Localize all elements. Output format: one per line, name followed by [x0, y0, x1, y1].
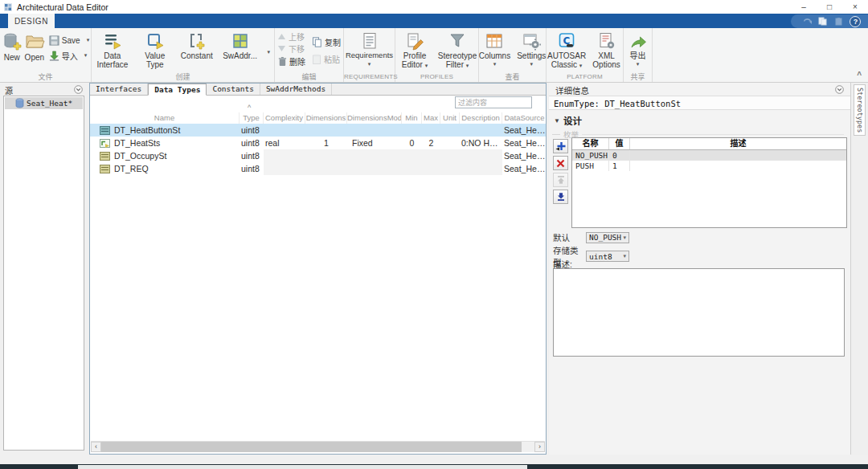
move-enum-down-button[interactable] [553, 190, 568, 204]
source-item-seat-heat[interactable]: Seat_Heat* [5, 97, 83, 109]
paste-button[interactable]: 粘贴 [312, 52, 341, 65]
move-to-bottom-icon [556, 192, 566, 202]
cell-dimensions: 1 [305, 137, 347, 149]
window-controls: – □ × [791, 0, 868, 14]
move-down-button[interactable]: 下移 [277, 43, 305, 54]
collapse-toolstrip-button[interactable]: ^ [857, 72, 862, 79]
filter-input[interactable] [455, 96, 532, 108]
group-share-label: 共享 [624, 72, 652, 82]
delete-enum-button[interactable] [553, 156, 568, 170]
enum-row-push[interactable]: PUSH 1 [572, 161, 846, 171]
value-type-row-icon [100, 139, 110, 148]
tab-data-types[interactable]: Data Types [148, 84, 207, 96]
import-dropdown-caret[interactable]: ▾ [84, 52, 88, 59]
save-icon [49, 35, 59, 46]
cell-dimensions [305, 162, 347, 175]
save-dropdown-caret[interactable]: ▾ [87, 37, 90, 43]
column-header-unit[interactable]: Unit [440, 112, 460, 124]
profile-editor-button[interactable]: Profile Editor ▾ [395, 31, 434, 70]
default-select[interactable]: NO_PUSH ▾ [586, 232, 629, 243]
column-header-dimensionsmode[interactable]: DimensionsMode [347, 112, 402, 124]
enum-cell-description [630, 150, 846, 161]
source-sidebar: 源 Seat_Heat* [0, 83, 88, 455]
help-icon[interactable]: ? [850, 16, 861, 27]
swaddr-button[interactable]: SwAddr... [220, 31, 260, 61]
details-collapse-icon[interactable] [835, 85, 844, 94]
autosar-icon: C [557, 31, 576, 51]
stereotype-filter-button[interactable]: Stereotype Filter ▾ [436, 31, 478, 70]
enum-cell-name: NO_PUSH [572, 150, 609, 161]
table-row-dt-req[interactable]: DT_REQ uint8 Seat_Heat... [90, 162, 546, 175]
tab-swaddrmethods[interactable]: SwAddrMethods [260, 84, 332, 95]
column-header-max[interactable]: Max [422, 112, 440, 124]
scroll-right-button[interactable]: › [534, 442, 545, 452]
cell-complexity [264, 149, 305, 162]
column-header-type[interactable]: Type [240, 112, 264, 124]
export-button[interactable]: 导出 ▾ [625, 31, 651, 67]
paste-icon[interactable] [834, 17, 843, 26]
add-enum-button[interactable] [553, 139, 568, 153]
copy-button[interactable]: 复制 [312, 35, 341, 48]
settings-label: Settings [517, 51, 546, 60]
import-button[interactable]: 导入 [49, 49, 78, 62]
scroll-left-button[interactable]: ‹ [91, 442, 101, 452]
stereotypes-tab[interactable]: Stereotypes [854, 84, 866, 136]
copy-icon[interactable] [818, 17, 827, 26]
move-enum-up-button[interactable] [553, 173, 568, 187]
column-header-dimensions[interactable]: Dimensions [305, 112, 347, 124]
new-button[interactable]: New [2, 31, 23, 63]
cell-max: 2 [422, 137, 440, 149]
column-header-description[interactable]: Description [460, 112, 502, 124]
requirements-button[interactable]: Requirements ▾ [344, 31, 395, 67]
group-view: Columns ▾ Settings ▾ 查看 [479, 28, 547, 82]
cell-type: uint8 [240, 137, 264, 149]
save-button[interactable]: Save [49, 34, 80, 47]
column-header-min[interactable]: Min [402, 112, 422, 124]
taskbar-window-button[interactable] [78, 465, 527, 469]
paste-label: 粘贴 [324, 53, 340, 65]
settings-button[interactable]: Settings ▾ [516, 31, 547, 67]
undo-icon[interactable] [803, 17, 812, 26]
group-profiles: Profile Editor ▾ Stereotype Filter ▾ PRO… [395, 28, 479, 82]
column-header-name[interactable]: Name [90, 112, 240, 124]
storage-type-select[interactable]: uint8 ▾ [586, 251, 629, 262]
tab-design[interactable]: DESIGN [8, 14, 55, 28]
close-button[interactable]: × [842, 0, 868, 14]
restore-button[interactable]: □ [817, 0, 842, 14]
create-gallery-dropdown[interactable]: ▾ [264, 31, 274, 55]
xml-options-button[interactable]: XML Options [590, 31, 623, 70]
enum-row-no-push[interactable]: NO_PUSH 0 [572, 150, 846, 161]
settings-icon [522, 31, 541, 51]
ribbon-tabstrip: DESIGN ? [0, 14, 868, 28]
cell-max [422, 162, 440, 175]
autosar-classic-button[interactable]: C AUTOSAR Classic ▾ [547, 31, 587, 70]
column-header-complexity[interactable]: Complexity [264, 112, 305, 124]
sidebar-collapse-icon[interactable] [74, 85, 83, 94]
delete-button[interactable]: 删除 [277, 55, 305, 67]
column-header-datasource[interactable]: DataSource [502, 112, 547, 124]
table-header: Name Type Complexity Dimensions Dimensio… [90, 112, 546, 124]
constant-button[interactable]: Constant [177, 31, 217, 61]
tab-constants[interactable]: Constants [207, 84, 260, 95]
columns-button[interactable]: Columns ▾ [478, 31, 511, 67]
table-row-dt-heatsts[interactable]: DT_HeatSts uint8 real 1 Fixed 0 2 0:NO H… [90, 137, 546, 149]
scrollbar-track[interactable] [101, 442, 534, 452]
design-section-header[interactable]: ▼ 设计 [554, 114, 582, 127]
table-row-dt-heatbuttonst[interactable]: DT_HeatButtonSt uint8 Seat_Heat... [90, 124, 546, 137]
enum-table[interactable]: 名称 值 描述 NO_PUSH 0 PUSH 1 [571, 137, 847, 228]
description-textarea[interactable] [553, 268, 845, 357]
tab-interfaces[interactable]: Interfaces [90, 84, 148, 95]
scrollbar-thumb[interactable] [101, 442, 522, 452]
group-create: Data Interface Value Type Constant [92, 28, 275, 82]
sort-ascending-icon[interactable]: ^ [248, 104, 251, 112]
data-interface-button[interactable]: Data Interface [92, 31, 133, 70]
open-button[interactable]: Open [23, 31, 46, 63]
profile-editor-label: Profile Editor [402, 51, 426, 69]
minimize-button[interactable]: – [791, 0, 817, 14]
group-share: 导出 ▾ 共享 [624, 28, 653, 82]
section-collapse-icon: ▼ [554, 117, 560, 124]
import-icon [49, 51, 59, 61]
move-up-button[interactable]: 上移 [277, 31, 305, 42]
table-row-dt-occupyst[interactable]: DT_OccupySt uint8 Seat_Heat... [90, 149, 546, 162]
value-type-button[interactable]: Value Type [137, 31, 174, 70]
